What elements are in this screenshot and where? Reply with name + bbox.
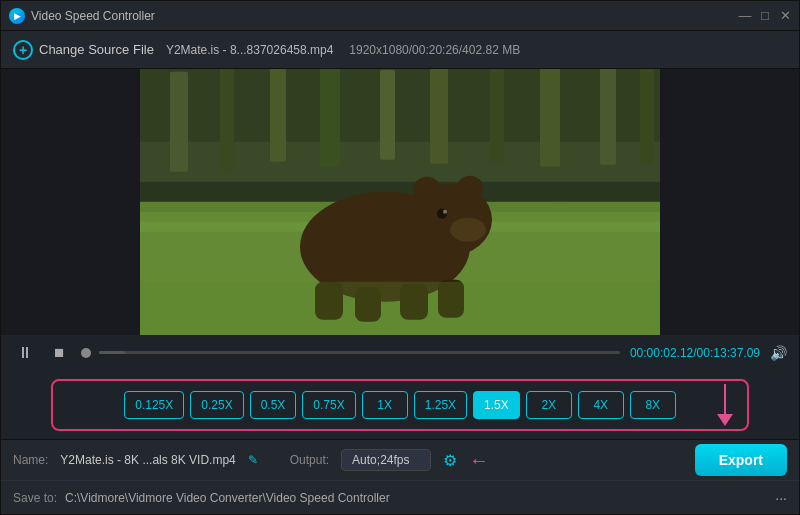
name-label: Name: (13, 453, 48, 467)
speed-button-075X[interactable]: 0.75X (302, 391, 355, 419)
toolbar: + Change Source File Y2Mate.is - 8...837… (1, 31, 799, 69)
video-area (1, 69, 799, 335)
time-display: 00:00:02.12/00:13:37.09 (630, 346, 760, 360)
volume-icon[interactable]: 🔊 (770, 345, 787, 361)
plus-icon: + (13, 40, 33, 60)
title-bar: ▶ Video Speed Controller — □ ✕ (1, 1, 799, 31)
svg-rect-5 (270, 69, 286, 162)
progress-container (81, 348, 620, 358)
video-frame (140, 69, 660, 335)
left-arrow-indicator: ← (469, 449, 489, 472)
progress-handle[interactable] (81, 348, 91, 358)
svg-rect-29 (140, 282, 660, 335)
speed-button-2X[interactable]: 2X (526, 391, 572, 419)
svg-point-26 (450, 218, 486, 242)
speed-panel-wrapper: 0.125X0.25X0.5X0.75X1X1.25X1.5X2X4X8X (1, 371, 799, 439)
arrow-line (724, 384, 726, 414)
title-bar-left: ▶ Video Speed Controller (9, 8, 155, 24)
speed-button-1X[interactable]: 1X (362, 391, 408, 419)
controls-bar: ⏸ ⏹ 00:00:02.12/00:13:37.09 🔊 (1, 335, 799, 371)
progress-fill (99, 351, 125, 354)
svg-rect-8 (430, 69, 448, 164)
export-arrow-indicator (717, 384, 733, 426)
file-name: Y2Mate.is - 8...837026458.mp4 (166, 43, 333, 57)
bottom-bar: Name: Y2Mate.is - 8K ...als 8K VID.mp4 ✎… (1, 439, 799, 514)
svg-rect-3 (170, 72, 188, 172)
speed-button-025X[interactable]: 0.25X (190, 391, 243, 419)
more-options-button[interactable]: ··· (775, 490, 787, 506)
file-meta: 1920x1080/00:20:26/402.82 MB (349, 43, 520, 57)
svg-rect-12 (640, 69, 654, 164)
speed-button-4X[interactable]: 4X (578, 391, 624, 419)
app-title: Video Speed Controller (31, 9, 155, 23)
save-path: C:\Vidmore\Vidmore Video Converter\Video… (65, 491, 390, 505)
pause-button[interactable]: ⏸ (13, 341, 37, 365)
speed-button-15X[interactable]: 1.5X (473, 391, 520, 419)
output-value[interactable]: Auto;24fps (341, 449, 431, 471)
close-button[interactable]: ✕ (779, 10, 791, 22)
file-info: Y2Mate.is - 8...837026458.mp4 1920x1080/… (166, 43, 520, 57)
svg-point-28 (443, 210, 447, 214)
save-label: Save to: (13, 491, 57, 505)
speed-panel: 0.125X0.25X0.5X0.75X1X1.25X1.5X2X4X8X (51, 379, 749, 431)
speed-button-05X[interactable]: 0.5X (250, 391, 297, 419)
svg-rect-10 (540, 69, 560, 167)
maximize-button[interactable]: □ (759, 10, 771, 22)
svg-rect-6 (320, 69, 340, 167)
app-window: ▶ Video Speed Controller — □ ✕ + Change … (0, 0, 800, 515)
stop-button[interactable]: ⏹ (47, 341, 71, 365)
svg-point-25 (457, 176, 483, 200)
speed-button-0125X[interactable]: 0.125X (124, 391, 184, 419)
output-label: Output: (290, 453, 329, 467)
svg-rect-2 (140, 69, 660, 142)
svg-rect-7 (380, 70, 395, 160)
window-controls: — □ ✕ (739, 10, 791, 22)
progress-track[interactable] (99, 351, 620, 354)
app-icon: ▶ (9, 8, 25, 24)
speed-button-8X[interactable]: 8X (630, 391, 676, 419)
change-source-button[interactable]: + Change Source File (13, 40, 154, 60)
name-value: Y2Mate.is - 8K ...als 8K VID.mp4 (60, 453, 235, 467)
minimize-button[interactable]: — (739, 10, 751, 22)
svg-rect-4 (220, 69, 234, 172)
video-thumbnail (140, 69, 660, 335)
bottom-row-save: Save to: C:\Vidmore\Vidmore Video Conver… (1, 480, 799, 514)
video-scene-svg (140, 69, 660, 335)
settings-icon[interactable]: ⚙ (443, 451, 457, 470)
change-source-label: Change Source File (39, 42, 154, 57)
svg-rect-11 (600, 69, 616, 165)
edit-icon[interactable]: ✎ (248, 453, 258, 467)
speed-button-125X[interactable]: 1.25X (414, 391, 467, 419)
arrow-head (717, 414, 733, 426)
speed-buttons-group: 0.125X0.25X0.5X0.75X1X1.25X1.5X2X4X8X (124, 391, 676, 419)
bottom-row-main: Name: Y2Mate.is - 8K ...als 8K VID.mp4 ✎… (1, 440, 799, 480)
export-button[interactable]: Export (695, 444, 787, 476)
svg-rect-9 (490, 69, 504, 163)
svg-point-24 (413, 177, 441, 203)
